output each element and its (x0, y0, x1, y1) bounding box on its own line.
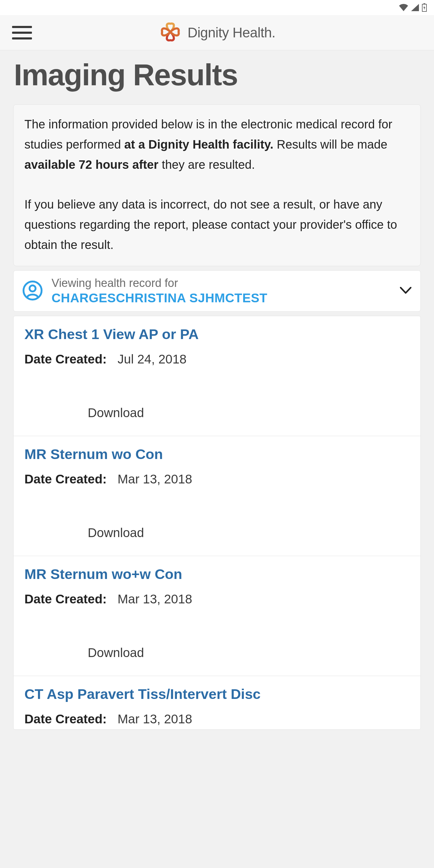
app-header: Dignity Health. (0, 15, 434, 50)
info-paragraph-1: The information provided below is in the… (24, 114, 410, 175)
date-value: Mar 13, 2018 (118, 592, 192, 607)
result-item: CT Asp Paravert Tiss/Intervert Disc Date… (13, 676, 421, 730)
page-title: Imaging Results (0, 50, 434, 104)
download-link[interactable]: Download (24, 526, 410, 540)
brand-mark-icon (158, 20, 182, 45)
date-label: Date Created: (24, 592, 107, 607)
date-value: Mar 13, 2018 (118, 712, 192, 726)
result-item: MR Sternum wo Con Date Created: Mar 13, … (13, 436, 421, 556)
result-title[interactable]: XR Chest 1 View AP or PA (24, 326, 410, 342)
brand-logo: Dignity Health. (158, 20, 276, 45)
date-label: Date Created: (24, 472, 107, 487)
record-selector[interactable]: Viewing health record for CHARGESCHRISTI… (13, 270, 421, 312)
date-value: Jul 24, 2018 (118, 352, 187, 367)
battery-icon (422, 3, 427, 12)
date-label: Date Created: (24, 712, 107, 726)
result-title[interactable]: MR Sternum wo+w Con (24, 566, 410, 582)
chevron-down-icon (400, 287, 411, 296)
result-item: MR Sternum wo+w Con Date Created: Mar 13… (13, 556, 421, 676)
result-title[interactable]: MR Sternum wo Con (24, 446, 410, 462)
info-card: The information provided below is in the… (13, 104, 421, 266)
download-link[interactable]: Download (24, 406, 410, 420)
wifi-icon (399, 4, 408, 11)
svg-point-3 (30, 285, 36, 291)
menu-button[interactable] (12, 24, 33, 41)
download-link[interactable]: Download (24, 646, 410, 660)
cellular-icon (411, 4, 419, 11)
result-item: XR Chest 1 View AP or PA Date Created: J… (13, 316, 421, 436)
status-bar (0, 0, 434, 15)
date-label: Date Created: (24, 352, 107, 367)
results-list: XR Chest 1 View AP or PA Date Created: J… (13, 316, 421, 730)
result-title[interactable]: CT Asp Paravert Tiss/Intervert Disc (24, 686, 410, 702)
brand-text: Dignity Health. (187, 24, 276, 41)
info-paragraph-2: If you believe any data is incorrect, do… (24, 194, 410, 255)
date-value: Mar 13, 2018 (118, 472, 192, 487)
record-value: CHARGESCHRISTINA SJHMCTEST (52, 291, 392, 305)
record-label: Viewing health record for (52, 277, 392, 290)
user-icon (22, 280, 43, 302)
